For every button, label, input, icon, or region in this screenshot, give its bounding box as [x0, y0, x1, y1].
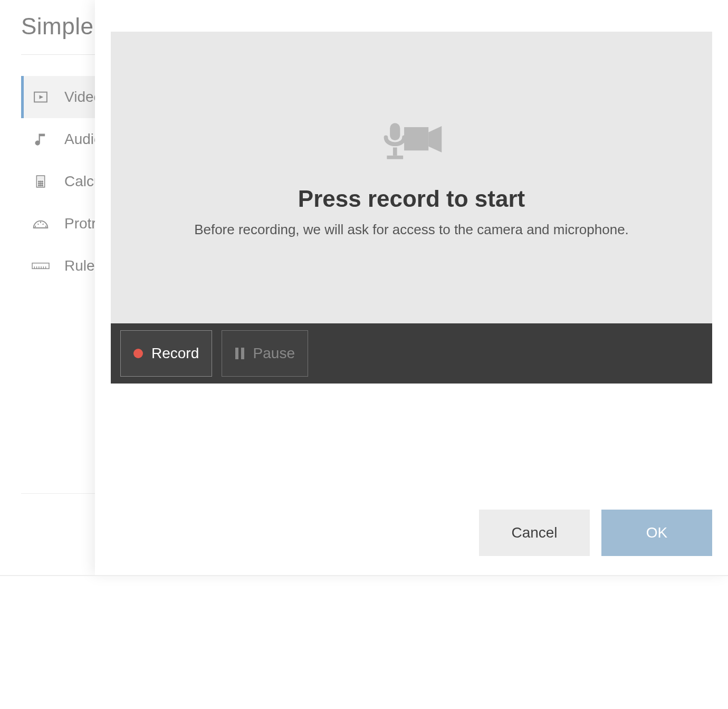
svg-point-7 — [40, 183, 41, 184]
ok-button[interactable]: OK — [601, 510, 712, 556]
preview-area: Press record to start Before recording, … — [111, 32, 712, 323]
pause-label: Pause — [253, 345, 295, 362]
svg-line-12 — [35, 226, 35, 227]
protractor-icon — [32, 215, 50, 233]
sidebar-item-label: Ruler — [64, 257, 100, 274]
svg-point-9 — [39, 185, 40, 186]
record-dot-icon — [133, 349, 143, 358]
pause-button[interactable]: Pause — [222, 330, 308, 377]
page-bottom-edge — [0, 575, 728, 576]
svg-point-11 — [42, 185, 43, 186]
svg-rect-25 — [390, 123, 400, 140]
play-box-icon — [32, 88, 50, 106]
calculator-icon — [32, 173, 50, 190]
svg-point-8 — [42, 183, 43, 184]
svg-point-4 — [40, 181, 41, 182]
svg-rect-26 — [392, 148, 397, 156]
cancel-button[interactable]: Cancel — [479, 510, 590, 556]
svg-rect-2 — [38, 177, 43, 179]
record-modal: Press record to start Before recording, … — [95, 0, 728, 575]
recording-controls: Record Pause — [111, 323, 712, 384]
svg-point-6 — [39, 183, 40, 184]
svg-point-5 — [42, 181, 43, 182]
mic-camera-icon — [379, 117, 445, 165]
music-note-icon — [32, 130, 50, 148]
pause-icon — [235, 348, 245, 359]
svg-point-3 — [39, 181, 40, 182]
svg-rect-24 — [404, 127, 428, 150]
modal-footer: Cancel OK — [95, 510, 728, 575]
spacer — [95, 384, 728, 510]
preview-subtext: Before recording, we will ask for access… — [194, 222, 629, 238]
record-label: Record — [151, 345, 199, 362]
svg-line-13 — [38, 224, 39, 225]
svg-point-10 — [40, 185, 41, 186]
preview-heading: Press record to start — [298, 186, 525, 212]
svg-line-15 — [43, 224, 43, 225]
svg-rect-27 — [387, 156, 403, 159]
svg-line-16 — [45, 226, 46, 227]
ruler-icon — [32, 257, 50, 275]
record-button[interactable]: Record — [120, 330, 212, 377]
